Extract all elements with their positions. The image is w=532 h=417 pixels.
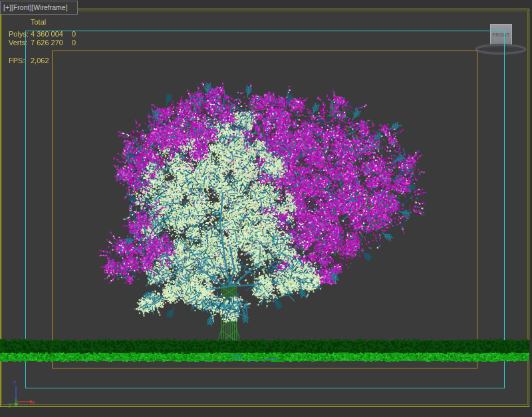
scene-canvas[interactable] [0, 0, 532, 417]
viewport-label[interactable]: [+][Front][Wireframe] [0, 1, 78, 15]
stats-polys-row: Polys:4 360 0040 [9, 30, 76, 38]
stats-verts-value: 7 626 270 [31, 39, 72, 47]
stats-verts-row: Verts:7 626 2700 [9, 39, 76, 47]
stats-total-header: Total [31, 18, 46, 26]
stats-fps-value: 2,062 [31, 57, 72, 65]
stats-verts-label: Verts: [9, 39, 31, 47]
viewport-front[interactable]: FRONT z y x [+][Front][Wireframe] Total … [0, 0, 532, 417]
stats-polys-label: Polys: [9, 30, 31, 38]
stats-verts-selected: 0 [72, 39, 76, 47]
stats-fps-label: FPS: [9, 57, 31, 65]
stats-polys-value: 4 360 004 [31, 30, 72, 38]
stats-fps-row: FPS:2,062 [9, 57, 72, 65]
stats-polys-selected: 0 [72, 30, 76, 38]
